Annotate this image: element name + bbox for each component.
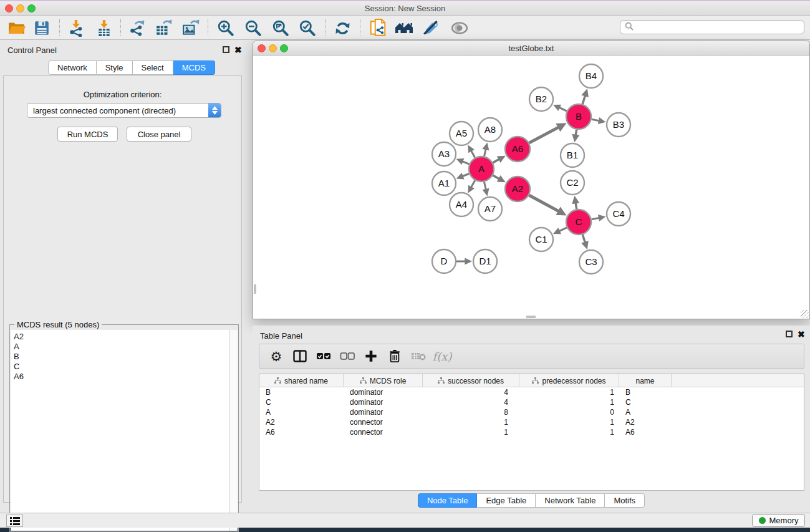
table-cell: A2 xyxy=(259,417,344,427)
tab-node-table[interactable]: Node Table xyxy=(418,493,478,508)
houses-icon[interactable] xyxy=(395,19,413,37)
result-item[interactable]: A6 xyxy=(14,372,229,382)
result-scrollbar[interactable] xyxy=(229,330,238,531)
control-panel-tabs: NetworkStyleSelectMCDS xyxy=(48,60,215,75)
column-header-MCDS-role[interactable]: MCDS role xyxy=(344,374,423,387)
close-table-panel-icon[interactable]: ✖ xyxy=(798,331,805,338)
graph-edge-B-B4[interactable] xyxy=(582,95,586,104)
zoom-fit-icon[interactable] xyxy=(271,19,290,37)
canvas-hscroll-mark[interactable] xyxy=(526,316,536,318)
table-cell: 0 xyxy=(519,407,619,417)
search-field[interactable] xyxy=(620,20,804,34)
column-header-shared-name[interactable]: shared name xyxy=(259,374,344,387)
table-cell: dominator xyxy=(344,407,423,417)
optimization-criterion-label: Optimization criterion: xyxy=(4,90,241,99)
graph-edge-C-C3[interactable] xyxy=(582,235,585,243)
table-row[interactable]: A2connector11A2 xyxy=(259,417,804,427)
tab-network-table[interactable]: Network Table xyxy=(536,493,605,508)
column-header-name[interactable]: name xyxy=(619,374,672,387)
zoom-in-icon[interactable] xyxy=(216,19,235,37)
network-graph[interactable]: B4B2BB3A8A5A6A3B1AC2A1A2A4A7C4CC1DD1C3 xyxy=(253,56,809,319)
graph-arrowhead xyxy=(572,196,579,204)
tree-icon xyxy=(360,377,367,384)
result-item[interactable]: C xyxy=(14,362,229,372)
network-titlebar[interactable]: testGlobe.txt xyxy=(253,41,809,56)
table-row[interactable]: Adominator80A xyxy=(259,407,804,417)
refresh-layout-icon[interactable] xyxy=(333,19,352,37)
graph-edge-A6-B[interactable] xyxy=(529,127,559,143)
optimization-dropdown[interactable]: largest connected component (directed) xyxy=(27,103,221,118)
close-panel-button[interactable]: Close panel xyxy=(127,127,191,142)
import-table-icon[interactable] xyxy=(95,19,113,37)
result-item[interactable]: A xyxy=(14,342,229,352)
tab-style[interactable]: Style xyxy=(97,60,133,75)
toolbar-separator xyxy=(325,19,325,36)
graph-node-label: A1 xyxy=(438,178,450,188)
zoom-selected-icon[interactable] xyxy=(298,19,317,37)
canvas-vscroll-mark[interactable] xyxy=(254,284,256,294)
tree-icon xyxy=(438,377,445,384)
select-all-icon[interactable] xyxy=(312,347,335,365)
hide-details-pen-icon[interactable] xyxy=(422,19,440,37)
mcds-result-title: MCDS result (5 nodes) xyxy=(14,320,102,329)
deselect-all-icon[interactable] xyxy=(335,347,359,365)
export-table-icon[interactable] xyxy=(154,19,173,37)
table-cell: 1 xyxy=(423,427,519,437)
graph-edge-A-A5[interactable] xyxy=(471,150,475,158)
float-table-panel-icon[interactable] xyxy=(786,331,793,337)
node-table: shared nameMCDS rolesuccessor nodesprede… xyxy=(259,374,804,491)
trash-icon[interactable] xyxy=(383,347,407,365)
mcds-result-list[interactable]: A2ABCA6 xyxy=(11,330,229,531)
open-folder-icon[interactable] xyxy=(7,19,26,37)
dropdown-stepper-icon xyxy=(208,104,221,117)
column-header-successor-nodes[interactable]: successor nodes xyxy=(423,374,519,387)
run-mcds-button[interactable]: Run MCDS xyxy=(57,127,118,142)
tab-select[interactable]: Select xyxy=(133,60,173,75)
graph-edge-C-C1[interactable] xyxy=(559,228,567,231)
table-row[interactable]: Cdominator41C xyxy=(259,397,804,407)
memory-status-icon xyxy=(759,517,766,524)
graph-edge-A2-C[interactable] xyxy=(529,195,559,211)
table-row[interactable]: A6connector11A6 xyxy=(259,427,804,437)
table-row[interactable]: Bdominator41B xyxy=(259,387,804,397)
window-resize-grip[interactable] xyxy=(801,310,809,318)
network-file-icon[interactable] xyxy=(369,19,387,37)
mcds-tab-content: Optimization criterion: largest connecte… xyxy=(3,75,242,503)
float-panel-icon[interactable] xyxy=(223,46,229,53)
table-cell: B xyxy=(259,387,344,397)
tab-edge-table[interactable]: Edge Table xyxy=(477,493,536,508)
result-item[interactable]: A2 xyxy=(14,332,229,342)
graph-edge-A-A7[interactable] xyxy=(484,182,486,190)
graph-node-label: B1 xyxy=(567,150,578,160)
graph-arrowhead xyxy=(482,142,489,150)
memory-button[interactable]: Memory xyxy=(752,514,805,527)
graph-edge-B-B3[interactable] xyxy=(592,119,600,121)
gear-icon[interactable]: ⚙ xyxy=(264,347,288,365)
task-history-button[interactable] xyxy=(6,515,23,527)
import-network-icon[interactable] xyxy=(67,19,85,37)
result-item[interactable]: B xyxy=(14,352,229,362)
export-image-icon[interactable] xyxy=(181,19,200,37)
column-label: successor nodes xyxy=(448,377,504,385)
graph-edge-A-A4[interactable] xyxy=(471,180,475,188)
export-network-icon[interactable] xyxy=(128,19,147,37)
tree-icon xyxy=(274,377,281,384)
memory-label: Memory xyxy=(769,516,799,525)
tab-network[interactable]: Network xyxy=(48,60,97,75)
network-canvas[interactable]: B4B2BB3A8A5A6A3B1AC2A1A2A4A7C4CC1DD1C3 xyxy=(253,56,809,319)
table-cell: A2 xyxy=(619,417,672,427)
graph-edge-C-C4[interactable] xyxy=(592,218,600,220)
save-icon[interactable] xyxy=(32,19,51,37)
tab-mcds[interactable]: MCDS xyxy=(173,60,215,75)
eye-icon[interactable] xyxy=(450,19,469,37)
table-body: Bdominator41BCdominator41CAdominator80AA… xyxy=(259,387,804,437)
zoom-out-icon[interactable] xyxy=(244,19,263,37)
split-columns-icon[interactable] xyxy=(288,347,312,365)
close-panel-icon[interactable]: ✖ xyxy=(234,46,242,54)
graph-node-label: A5 xyxy=(456,128,467,138)
search-input[interactable] xyxy=(636,22,804,32)
graph-edge-B-B2[interactable] xyxy=(559,107,567,111)
add-column-icon[interactable] xyxy=(359,347,383,365)
column-header-predecessor-nodes[interactable]: predecessor nodes xyxy=(519,374,619,387)
tab-motifs[interactable]: Motifs xyxy=(605,493,645,508)
